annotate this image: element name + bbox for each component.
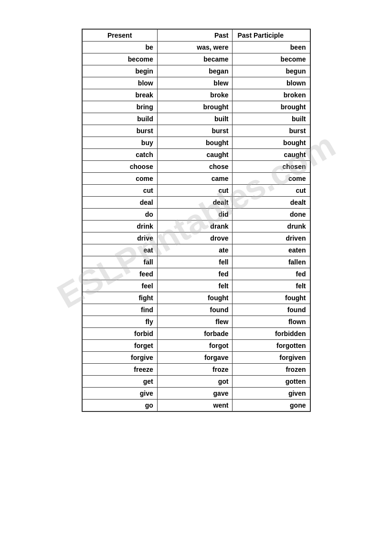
table-row: dodiddone (82, 209, 310, 221)
cell-present: cut (82, 185, 158, 197)
cell-present: be (82, 42, 158, 53)
cell-past: found (157, 304, 233, 316)
cell-present: drive (82, 232, 158, 244)
cell-present: burst (82, 125, 158, 137)
cell-past-participle: burst (233, 125, 310, 137)
table-row: buildbuiltbuilt (82, 113, 310, 125)
cell-past-participle: dealt (233, 197, 310, 209)
cell-past-participle: been (233, 42, 310, 53)
cell-past: drank (157, 221, 233, 232)
table-row: findfoundfound (82, 304, 310, 316)
cell-present: break (82, 89, 158, 101)
cell-past-participle: caught (233, 149, 310, 161)
cell-past: was, were (157, 42, 233, 53)
cell-past: brought (157, 101, 233, 113)
cell-present: bring (82, 101, 158, 113)
table-row: beginbeganbegun (82, 65, 310, 77)
table-row: cutcutcut (82, 185, 310, 197)
cell-present: fall (82, 256, 158, 268)
cell-past-participle: fallen (233, 256, 310, 268)
cell-past: cut (157, 185, 233, 197)
table-row: buyboughtbought (82, 137, 310, 149)
cell-past-participle: done (233, 209, 310, 221)
table-row: burstburstburst (82, 125, 310, 137)
cell-past-participle: eaten (233, 244, 310, 256)
table-row: forgetforgotforgotten (82, 340, 310, 352)
cell-past-participle: become (233, 53, 310, 65)
cell-past: began (157, 65, 233, 77)
cell-past: dealt (157, 197, 233, 209)
cell-present: become (82, 53, 158, 65)
cell-past: went (157, 400, 233, 412)
cell-present: deal (82, 197, 158, 209)
cell-past-participle: gone (233, 400, 310, 412)
cell-past: caught (157, 149, 233, 161)
cell-past: gave (157, 388, 233, 400)
cell-past-participle: forgiven (233, 352, 310, 364)
table-row: dealdealtdealt (82, 197, 310, 209)
cell-past: did (157, 209, 233, 221)
cell-present: begin (82, 65, 158, 77)
cell-past-participle: given (233, 388, 310, 400)
cell-past: blew (157, 77, 233, 89)
table-row: eatateeaten (82, 244, 310, 256)
cell-past-participle: forgotten (233, 340, 310, 352)
cell-past-participle: begun (233, 65, 310, 77)
cell-past: built (157, 113, 233, 125)
table-row: freezefrozefrozen (82, 364, 310, 376)
table-row: feelfeltfelt (82, 280, 310, 292)
cell-past: became (157, 53, 233, 65)
table-row: givegavegiven (82, 388, 310, 400)
cell-present: catch (82, 149, 158, 161)
cell-past-participle: brought (233, 101, 310, 113)
cell-present: forgive (82, 352, 158, 364)
table-row: forgiveforgaveforgiven (82, 352, 310, 364)
cell-past-participle: flown (233, 316, 310, 328)
cell-past-participle: bought (233, 137, 310, 149)
cell-present: feel (82, 280, 158, 292)
table-row: fightfoughtfought (82, 292, 310, 304)
cell-past: came (157, 173, 233, 185)
table-row: flyflewflown (82, 316, 310, 328)
cell-present: give (82, 388, 158, 400)
cell-past: broke (157, 89, 233, 101)
cell-present: come (82, 173, 158, 185)
cell-past: forbade (157, 328, 233, 340)
table-row: getgotgotten (82, 376, 310, 388)
cell-past-participle: frozen (233, 364, 310, 376)
cell-past-participle: built (233, 113, 310, 125)
table-row: breakbrokebroken (82, 89, 310, 101)
cell-past: drove (157, 232, 233, 244)
cell-present: drink (82, 221, 158, 232)
page-wrapper: ESLPrintables.com Present Past Past Part… (10, 29, 382, 412)
cell-past-participle: drunk (233, 221, 310, 232)
cell-present: go (82, 400, 158, 412)
cell-past-participle: chosen (233, 161, 310, 173)
table-row: forbidforbadeforbidden (82, 328, 310, 340)
cell-present: find (82, 304, 158, 316)
table-row: bewas, werebeen (82, 42, 310, 53)
cell-past: felt (157, 280, 233, 292)
table-row: drivedrovedriven (82, 232, 310, 244)
cell-present: choose (82, 161, 158, 173)
cell-past: froze (157, 364, 233, 376)
cell-past: fed (157, 268, 233, 280)
cell-present: do (82, 209, 158, 221)
table-row: choosechosechosen (82, 161, 310, 173)
cell-past-participle: forbidden (233, 328, 310, 340)
cell-present: fly (82, 316, 158, 328)
table-row: catchcaughtcaught (82, 149, 310, 161)
cell-past-participle: blown (233, 77, 310, 89)
cell-past: burst (157, 125, 233, 137)
cell-present: freeze (82, 364, 158, 376)
cell-past: chose (157, 161, 233, 173)
cell-past-participle: fought (233, 292, 310, 304)
cell-present: get (82, 376, 158, 388)
cell-present: blow (82, 77, 158, 89)
cell-present: eat (82, 244, 158, 256)
cell-past-participle: fed (233, 268, 310, 280)
table-row: drinkdrankdrunk (82, 221, 310, 232)
table-row: feedfedfed (82, 268, 310, 280)
cell-past-participle: cut (233, 185, 310, 197)
table-row: gowentgone (82, 400, 310, 412)
